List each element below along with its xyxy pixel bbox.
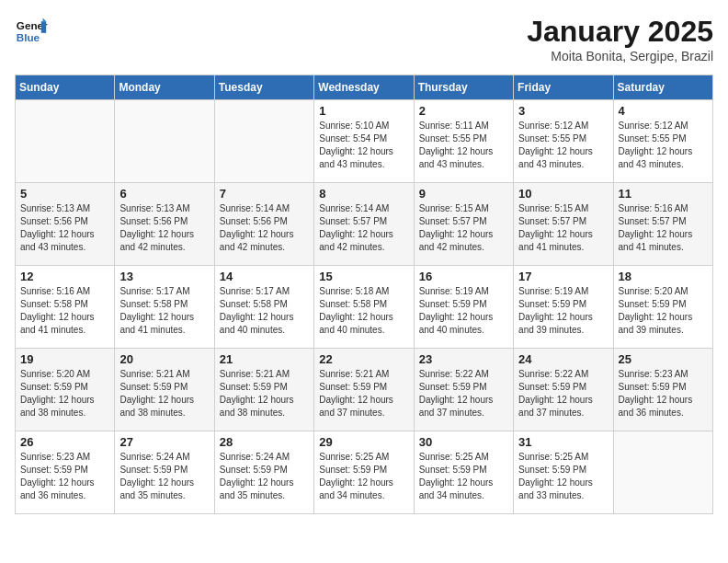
calendar-cell: 17Sunrise: 5:19 AMSunset: 5:59 PMDayligh… — [514, 266, 613, 349]
calendar-cell: 24Sunrise: 5:22 AMSunset: 5:59 PMDayligh… — [514, 349, 613, 431]
day-number: 16 — [419, 270, 508, 283]
svg-text:Blue: Blue — [17, 31, 40, 43]
cell-info: Sunrise: 5:18 AMSunset: 5:58 PMDaylight:… — [319, 285, 408, 337]
calendar-cell: 16Sunrise: 5:19 AMSunset: 5:59 PMDayligh… — [414, 266, 513, 349]
cell-info: Sunrise: 5:21 AMSunset: 5:59 PMDaylight:… — [319, 368, 408, 419]
cell-info: Sunrise: 5:12 AMSunset: 5:55 PMDaylight:… — [619, 120, 708, 171]
calendar-cell: 19Sunrise: 5:20 AMSunset: 5:59 PMDayligh… — [16, 349, 115, 431]
day-number: 25 — [619, 352, 708, 366]
calendar-cell: 14Sunrise: 5:17 AMSunset: 5:58 PMDayligh… — [214, 266, 313, 349]
day-number: 28 — [220, 435, 309, 449]
cell-info: Sunrise: 5:16 AMSunset: 5:57 PMDaylight:… — [619, 202, 708, 254]
weekday-header-wednesday: Wednesday — [314, 75, 414, 100]
cell-info: Sunrise: 5:24 AMSunset: 5:59 PMDaylight:… — [119, 451, 209, 502]
day-number: 1 — [319, 104, 408, 118]
day-number: 2 — [419, 104, 508, 118]
cell-info: Sunrise: 5:16 AMSunset: 5:58 PMDaylight:… — [20, 285, 109, 337]
day-number: 24 — [518, 352, 608, 366]
day-number: 4 — [619, 104, 708, 118]
calendar-cell: 5Sunrise: 5:13 AMSunset: 5:56 PMDaylight… — [16, 183, 115, 266]
day-number: 12 — [20, 270, 109, 283]
cell-info: Sunrise: 5:15 AMSunset: 5:57 PMDaylight:… — [419, 202, 508, 254]
weekday-header-saturday: Saturday — [613, 75, 712, 100]
cell-info: Sunrise: 5:22 AMSunset: 5:59 PMDaylight:… — [518, 368, 608, 419]
calendar-cell: 31Sunrise: 5:25 AMSunset: 5:59 PMDayligh… — [514, 431, 613, 514]
cell-info: Sunrise: 5:17 AMSunset: 5:58 PMDaylight:… — [119, 285, 209, 337]
calendar-cell: 6Sunrise: 5:13 AMSunset: 5:56 PMDaylight… — [115, 183, 214, 266]
calendar-cell: 23Sunrise: 5:22 AMSunset: 5:59 PMDayligh… — [414, 349, 513, 431]
cell-info: Sunrise: 5:13 AMSunset: 5:56 PMDaylight:… — [119, 202, 209, 254]
day-number: 29 — [319, 435, 408, 449]
calendar-cell: 27Sunrise: 5:24 AMSunset: 5:59 PMDayligh… — [115, 431, 214, 514]
cell-info: Sunrise: 5:25 AMSunset: 5:59 PMDaylight:… — [518, 451, 608, 502]
weekday-header-monday: Monday — [115, 75, 214, 100]
day-number: 5 — [20, 187, 109, 201]
day-number: 7 — [220, 187, 309, 201]
cell-info: Sunrise: 5:17 AMSunset: 5:58 PMDaylight:… — [220, 285, 309, 337]
calendar-cell: 7Sunrise: 5:14 AMSunset: 5:56 PMDaylight… — [214, 183, 313, 266]
calendar-cell: 10Sunrise: 5:15 AMSunset: 5:57 PMDayligh… — [514, 183, 613, 266]
weekday-header-sunday: Sunday — [16, 75, 115, 100]
calendar-cell: 30Sunrise: 5:25 AMSunset: 5:59 PMDayligh… — [414, 431, 513, 514]
cell-info: Sunrise: 5:25 AMSunset: 5:59 PMDaylight:… — [419, 451, 508, 502]
calendar-cell: 25Sunrise: 5:23 AMSunset: 5:59 PMDayligh… — [613, 349, 712, 431]
calendar-week-4: 19Sunrise: 5:20 AMSunset: 5:59 PMDayligh… — [16, 349, 713, 431]
calendar-cell — [16, 100, 115, 183]
calendar-week-2: 5Sunrise: 5:13 AMSunset: 5:56 PMDaylight… — [16, 183, 713, 266]
day-number: 23 — [419, 352, 508, 366]
day-number: 31 — [518, 435, 608, 449]
weekday-header-thursday: Thursday — [414, 75, 513, 100]
logo-icon: General Blue — [15, 15, 48, 48]
day-number: 13 — [119, 270, 209, 283]
calendar-cell: 12Sunrise: 5:16 AMSunset: 5:58 PMDayligh… — [16, 266, 115, 349]
cell-info: Sunrise: 5:23 AMSunset: 5:59 PMDaylight:… — [20, 451, 109, 502]
calendar-cell: 9Sunrise: 5:15 AMSunset: 5:57 PMDaylight… — [414, 183, 513, 266]
calendar-cell: 28Sunrise: 5:24 AMSunset: 5:59 PMDayligh… — [214, 431, 313, 514]
calendar-cell: 26Sunrise: 5:23 AMSunset: 5:59 PMDayligh… — [16, 431, 115, 514]
calendar-cell: 3Sunrise: 5:12 AMSunset: 5:55 PMDaylight… — [514, 100, 613, 183]
day-number: 21 — [220, 352, 309, 366]
calendar-cell: 20Sunrise: 5:21 AMSunset: 5:59 PMDayligh… — [115, 349, 214, 431]
calendar-cell: 29Sunrise: 5:25 AMSunset: 5:59 PMDayligh… — [314, 431, 414, 514]
calendar-cell: 1Sunrise: 5:10 AMSunset: 5:54 PMDaylight… — [314, 100, 414, 183]
calendar-title: January 2025 — [527, 15, 713, 49]
cell-info: Sunrise: 5:24 AMSunset: 5:59 PMDaylight:… — [220, 451, 309, 502]
day-number: 26 — [20, 435, 109, 449]
cell-info: Sunrise: 5:12 AMSunset: 5:55 PMDaylight:… — [518, 120, 608, 171]
calendar-cell: 11Sunrise: 5:16 AMSunset: 5:57 PMDayligh… — [613, 183, 712, 266]
day-number: 10 — [518, 187, 608, 201]
calendar-week-3: 12Sunrise: 5:16 AMSunset: 5:58 PMDayligh… — [16, 266, 713, 349]
day-number: 19 — [20, 352, 109, 366]
day-number: 22 — [319, 352, 408, 366]
calendar-cell: 8Sunrise: 5:14 AMSunset: 5:57 PMDaylight… — [314, 183, 414, 266]
cell-info: Sunrise: 5:20 AMSunset: 5:59 PMDaylight:… — [619, 285, 708, 337]
cell-info: Sunrise: 5:19 AMSunset: 5:59 PMDaylight:… — [419, 285, 508, 337]
logo: General Blue — [15, 15, 48, 48]
calendar-cell: 15Sunrise: 5:18 AMSunset: 5:58 PMDayligh… — [314, 266, 414, 349]
cell-info: Sunrise: 5:14 AMSunset: 5:57 PMDaylight:… — [319, 202, 408, 254]
day-number: 14 — [220, 270, 309, 283]
calendar-cell: 18Sunrise: 5:20 AMSunset: 5:59 PMDayligh… — [613, 266, 712, 349]
day-number: 18 — [619, 270, 708, 283]
calendar-cell — [613, 431, 712, 514]
day-number: 9 — [419, 187, 508, 201]
cell-info: Sunrise: 5:23 AMSunset: 5:59 PMDaylight:… — [619, 368, 708, 419]
cell-info: Sunrise: 5:21 AMSunset: 5:59 PMDaylight:… — [119, 368, 209, 419]
calendar-cell: 2Sunrise: 5:11 AMSunset: 5:55 PMDaylight… — [414, 100, 513, 183]
day-number: 27 — [119, 435, 209, 449]
day-number: 30 — [419, 435, 508, 449]
cell-info: Sunrise: 5:15 AMSunset: 5:57 PMDaylight:… — [518, 202, 608, 254]
cell-info: Sunrise: 5:19 AMSunset: 5:59 PMDaylight:… — [518, 285, 608, 337]
day-number: 6 — [119, 187, 209, 201]
calendar-cell — [214, 100, 313, 183]
day-number: 8 — [319, 187, 408, 201]
day-number: 15 — [319, 270, 408, 283]
day-number: 17 — [518, 270, 608, 283]
day-number: 20 — [119, 352, 209, 366]
calendar-cell: 22Sunrise: 5:21 AMSunset: 5:59 PMDayligh… — [314, 349, 414, 431]
svg-marker-2 — [41, 21, 46, 33]
calendar-subtitle: Moita Bonita, Sergipe, Brazil — [527, 49, 713, 63]
cell-info: Sunrise: 5:21 AMSunset: 5:59 PMDaylight:… — [220, 368, 309, 419]
cell-info: Sunrise: 5:11 AMSunset: 5:55 PMDaylight:… — [419, 120, 508, 171]
calendar-week-5: 26Sunrise: 5:23 AMSunset: 5:59 PMDayligh… — [16, 431, 713, 514]
